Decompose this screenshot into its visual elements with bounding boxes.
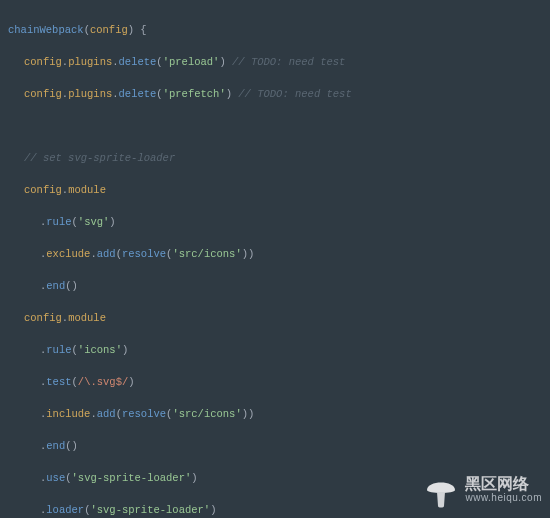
comment: // TODO: need test (232, 56, 345, 68)
token: config (90, 24, 128, 36)
comment: // TODO: need test (238, 88, 351, 100)
watermark: 黑区网络 www.heiqu.com (423, 474, 542, 508)
watermark-url: www.heiqu.com (465, 491, 542, 505)
mushroom-icon (423, 474, 459, 508)
watermark-title: 黑区网络 (465, 477, 542, 491)
code-editor[interactable]: chainWebpack(config) { config.plugins.de… (0, 0, 550, 518)
token: chainWebpack (8, 24, 84, 36)
comment: // set svg-sprite-loader (24, 152, 175, 164)
